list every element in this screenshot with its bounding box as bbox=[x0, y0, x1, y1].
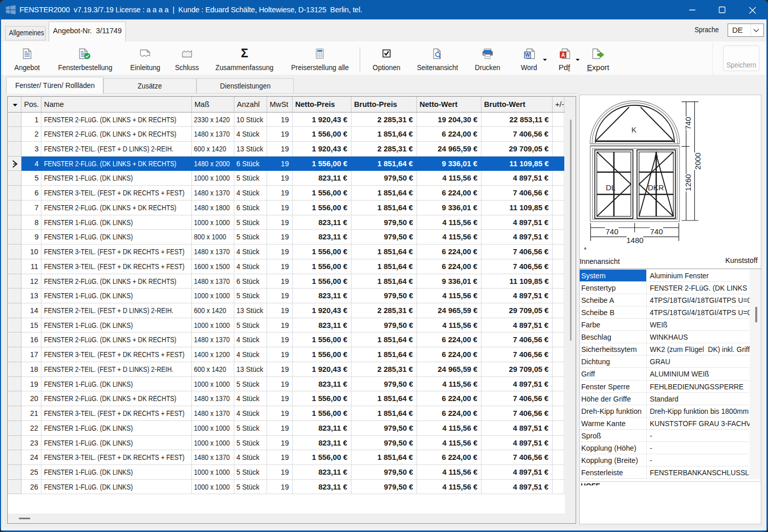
svg-text:740: 740 bbox=[684, 117, 692, 129]
svg-text:A: A bbox=[561, 52, 565, 58]
svg-text:DL: DL bbox=[606, 183, 616, 192]
svg-text:1480: 1480 bbox=[626, 236, 643, 245]
svg-text:740: 740 bbox=[650, 227, 663, 236]
svg-text:K: K bbox=[631, 125, 637, 134]
svg-text:2000: 2000 bbox=[693, 152, 702, 169]
svg-text:DKR: DKR bbox=[648, 183, 664, 192]
svg-text:1260: 1260 bbox=[684, 174, 692, 191]
svg-text:W: W bbox=[525, 52, 530, 58]
svg-text:740: 740 bbox=[605, 227, 618, 236]
